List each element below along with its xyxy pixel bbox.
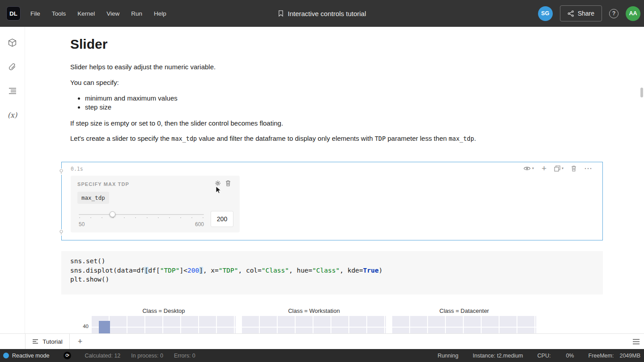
facet-title: Class = Workstation xyxy=(242,307,386,314)
free-memory: FreeMem:2049MB xyxy=(588,353,640,359)
add-worksheet-button[interactable]: + xyxy=(70,334,90,349)
menu-tools[interactable]: Tools xyxy=(52,10,66,17)
worksheet-icon xyxy=(32,339,38,344)
paragraph-specify: You can specify: xyxy=(70,78,644,88)
instance-info: Instance: t2.medium xyxy=(473,353,523,359)
bookmark-icon xyxy=(278,10,284,17)
reactive-mode-toggle[interactable] xyxy=(3,353,9,358)
worksheet-list-button[interactable] xyxy=(632,334,640,349)
recalculate-button[interactable]: ⟳ xyxy=(64,352,71,359)
worksheet-tab-bar: Tutorial + xyxy=(0,333,644,349)
facet-title: Class = Datacenter xyxy=(392,307,536,314)
tab-tutorial[interactable]: Tutorial xyxy=(25,334,70,349)
slider-track[interactable] xyxy=(79,214,204,215)
collaborator-avatar[interactable]: SG xyxy=(538,6,553,21)
facet-workstation: Class = Workstation xyxy=(242,307,386,333)
eye-icon xyxy=(523,166,531,171)
copy-icon xyxy=(554,165,560,172)
slider-min-label: 50 xyxy=(79,221,85,227)
sidebar-item-attachments[interactable] xyxy=(4,58,21,76)
plot-output: 40 Class = Desktop Class = Workstation C… xyxy=(25,307,606,333)
kernel-status: Running xyxy=(437,353,458,359)
add-cell-button[interactable]: + xyxy=(542,165,547,172)
paragraph-create-slider: Let's create a slider to specify the max… xyxy=(70,134,644,143)
control-delete-button[interactable] xyxy=(225,180,231,186)
menu-view[interactable]: View xyxy=(106,10,119,17)
datalore-logo[interactable]: DL xyxy=(6,6,21,21)
sidebar-item-notebooks[interactable] xyxy=(4,34,21,51)
execution-counters: Calculated: 12 In process: 0 Errors: 0 xyxy=(85,353,195,359)
cpu-usage: CPU:0% xyxy=(538,353,574,359)
slider-value-input[interactable]: 200 xyxy=(211,211,233,227)
facet-grid: Class = Desktop Class = Workstation Clas… xyxy=(92,307,606,333)
menu-file[interactable]: File xyxy=(30,10,40,17)
code-cell[interactable]: sns.set() sns.displot(data=df[df["TDP"]<… xyxy=(61,251,603,295)
cell-toolbar: ▾ + ▾ ⋯ xyxy=(523,165,593,172)
top-menu-bar: DL File Tools Kernel View Run Help Inter… xyxy=(0,0,644,27)
plot-area xyxy=(242,316,386,333)
share-icon xyxy=(568,10,574,17)
sidebar-item-variables[interactable]: (x) xyxy=(4,106,21,124)
inline-code: max_tdp xyxy=(171,135,197,142)
user-avatar[interactable]: AA xyxy=(626,6,640,21)
bullet-list: minimum and maximum values step size xyxy=(70,94,644,111)
calculated-count: Calculated: 12 xyxy=(85,353,120,359)
duplicate-cell-button[interactable]: ▾ xyxy=(554,165,564,172)
code-line: plt.show() xyxy=(70,275,603,284)
cell-visibility-button[interactable]: ▾ xyxy=(523,166,534,171)
plot-area xyxy=(92,316,236,333)
slider-control-panel: SPECIFY MAX TDP max_tdp 50 600 200 xyxy=(71,176,240,232)
trash-icon xyxy=(225,180,231,186)
variable-chip[interactable]: max_tdp xyxy=(77,192,109,204)
facet-title: Class = Desktop xyxy=(92,307,236,314)
variables-icon: (x) xyxy=(8,111,17,119)
paperclip-icon xyxy=(8,62,17,72)
markdown-cell[interactable]: Slider Slider helps to easily adjust the… xyxy=(25,36,644,143)
cell-more-button[interactable]: ⋯ xyxy=(584,166,593,171)
slider-ticks xyxy=(79,217,203,219)
paragraph-step-size: If step size is empty or set to 0, then … xyxy=(70,118,644,128)
tool-sidebar: (x) xyxy=(0,27,25,333)
chevron-down-icon: ▾ xyxy=(562,167,564,170)
menu-help[interactable]: Help xyxy=(154,10,166,17)
interactive-controls-cell[interactable]: 0.1s ▾ + ▾ ⋯ SPECIFY MAX TDP xyxy=(61,162,603,240)
share-button[interactable]: Share xyxy=(560,5,602,21)
main-menu: File Tools Kernel View Run Help xyxy=(30,10,166,17)
errors-count: Errors: 0 xyxy=(174,353,195,359)
machine-status: Running Instance: t2.medium CPU:0% FreeM… xyxy=(437,353,644,359)
menu-kernel[interactable]: Kernel xyxy=(77,10,95,17)
control-settings-button[interactable] xyxy=(215,180,221,186)
list-item: minimum and maximum values xyxy=(85,94,644,103)
facet-desktop: Class = Desktop xyxy=(92,307,236,333)
hamburger-icon xyxy=(632,339,640,345)
trash-icon xyxy=(571,165,576,172)
max-tdp-slider[interactable]: 50 600 xyxy=(79,210,204,229)
menu-run[interactable]: Run xyxy=(131,10,142,17)
help-icon[interactable]: ? xyxy=(609,9,619,18)
plot-area xyxy=(392,316,536,333)
delete-cell-button[interactable] xyxy=(571,165,576,172)
slider-handle[interactable] xyxy=(110,211,115,217)
y-axis-tick-label: 40 xyxy=(79,324,89,329)
notebook-title[interactable]: Interactive controls tutorial xyxy=(278,10,366,17)
reactive-mode-label: Reactive mode xyxy=(12,353,49,359)
code-line: sns.set() xyxy=(70,257,603,266)
page-title: Slider xyxy=(70,36,644,53)
cell-anchor-icon[interactable] xyxy=(59,229,64,236)
cube-icon xyxy=(8,38,17,47)
gear-icon xyxy=(215,180,221,186)
execution-time: 0.1s xyxy=(71,166,83,172)
cell-anchor-icon[interactable] xyxy=(59,168,64,175)
chevron-down-icon: ▾ xyxy=(532,167,534,170)
topbar-right-actions: SG Share ? AA xyxy=(538,5,640,21)
histogram-bar xyxy=(99,321,110,333)
sidebar-item-table-of-contents[interactable] xyxy=(4,82,21,100)
code-line: sns.displot(data=df[df["TDP"]<200], x="T… xyxy=(70,266,603,275)
notebook-title-text: Interactive controls tutorial xyxy=(288,10,366,17)
list-item: step size xyxy=(85,103,644,112)
in-process-count: In process: 0 xyxy=(131,353,163,359)
vertical-scrollbar[interactable] xyxy=(640,88,643,97)
inline-code: max_tdp xyxy=(449,135,474,142)
inline-code: TDP xyxy=(375,135,386,142)
mouse-cursor-icon xyxy=(216,186,221,196)
